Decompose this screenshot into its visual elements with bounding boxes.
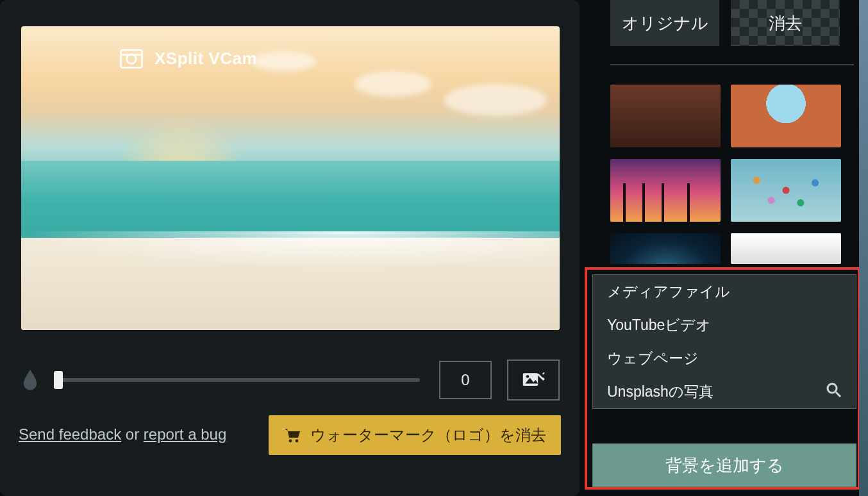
remove-watermark-label: ウォーターマーク（ロゴ）を消去 <box>310 425 546 445</box>
image-edit-button[interactable] <box>507 360 560 401</box>
bg-thumb-library[interactable] <box>610 85 721 147</box>
cart-icon <box>283 427 301 443</box>
add-background-menu: メディアファイル YouTubeビデオ ウェブページ Unsplashの写真 <box>592 274 856 409</box>
menu-item-label: ウェブページ <box>607 349 699 368</box>
blur-value-text: 0 <box>461 371 469 389</box>
svg-point-4 <box>526 375 530 378</box>
window-edge <box>859 0 868 496</box>
menu-item-label: YouTubeビデオ <box>607 315 711 335</box>
menu-item-webpage[interactable]: ウェブページ <box>593 342 856 375</box>
bg-thumb-night[interactable] <box>610 233 721 264</box>
footer-or: or <box>121 426 144 443</box>
camera-icon <box>117 44 146 72</box>
remove-watermark-button[interactable]: ウォーターマーク（ロゴ）を消去 <box>269 415 561 455</box>
main-panel: XSplit VCam 0 <box>0 0 580 496</box>
svg-point-5 <box>289 440 292 443</box>
bg-thumb-canyon[interactable] <box>731 85 841 147</box>
divider <box>610 64 854 65</box>
bg-thumb-partial[interactable] <box>731 233 841 264</box>
slider-thumb[interactable] <box>54 371 63 389</box>
blur-slider[interactable] <box>58 378 420 382</box>
menu-item-label: Unsplashの写真 <box>607 382 714 402</box>
blur-icon <box>21 368 39 392</box>
background-thumbs <box>610 85 854 264</box>
report-bug-link[interactable]: report a bug <box>144 426 226 443</box>
app-root: XSplit VCam 0 <box>0 0 868 496</box>
tile-original-label: オリジナル <box>622 12 708 35</box>
bg-thumb-balloons[interactable] <box>731 159 841 222</box>
menu-item-media-file[interactable]: メディアファイル <box>593 275 856 308</box>
svg-point-7 <box>828 384 837 393</box>
menu-item-youtube[interactable]: YouTubeビデオ <box>593 308 856 342</box>
image-wand-icon <box>522 370 545 390</box>
bg-thumb-sunset[interactable] <box>610 159 721 222</box>
camera-preview: XSplit VCam <box>21 26 560 330</box>
add-background-label: 背景を追加する <box>665 454 784 477</box>
menu-item-unsplash[interactable]: Unsplashの写真 <box>593 375 856 408</box>
menu-item-label: メディアファイル <box>607 282 730 302</box>
tile-original[interactable]: オリジナル <box>610 0 719 46</box>
watermark: XSplit VCam <box>117 44 257 72</box>
search-icon <box>825 381 842 402</box>
blur-value-input[interactable]: 0 <box>439 361 492 399</box>
svg-point-6 <box>296 440 299 443</box>
footer-links: Send feedback or report a bug <box>19 426 226 443</box>
bg-mode-tiles: オリジナル 消去 <box>610 0 854 46</box>
blur-controls: 0 <box>21 358 560 402</box>
tile-remove-label: 消去 <box>769 12 802 35</box>
watermark-text: XSplit VCam <box>154 49 257 69</box>
send-feedback-link[interactable]: Send feedback <box>19 426 121 443</box>
add-background-button[interactable]: 背景を追加する <box>592 443 856 487</box>
tile-remove[interactable]: 消去 <box>731 0 840 46</box>
svg-rect-0 <box>121 50 142 68</box>
